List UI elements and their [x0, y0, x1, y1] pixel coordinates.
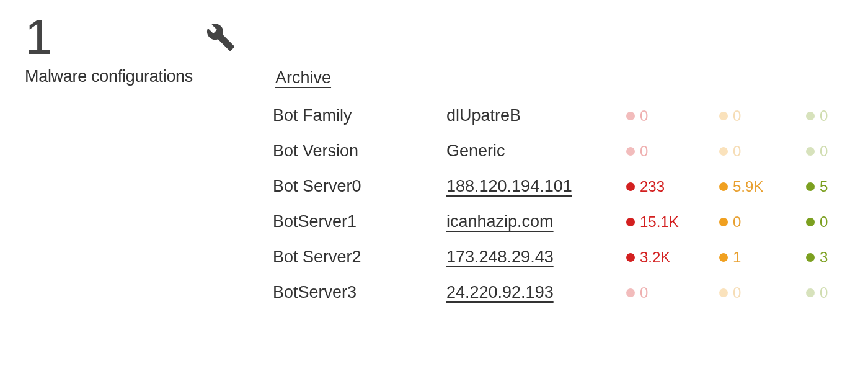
stat-value: 0: [733, 213, 741, 231]
config-count: 1: [25, 12, 53, 62]
row-label: Bot Version: [273, 141, 446, 161]
row-label: Bot Server2: [273, 248, 446, 267]
stat-value: 0: [820, 284, 828, 301]
row-stats: 3.2K13: [626, 249, 856, 266]
dot-orange-icon: [719, 147, 728, 156]
dot-green-icon: [806, 288, 815, 297]
stat-red: 0: [626, 143, 719, 160]
stat-value: 0: [733, 284, 741, 301]
stat-orange: 0: [719, 107, 806, 125]
stat-value: 0: [820, 213, 828, 231]
dot-red-icon: [626, 112, 635, 120]
dot-red-icon: [626, 218, 635, 226]
stat-value: 0: [640, 143, 648, 160]
stat-red: 0: [626, 284, 719, 301]
dot-orange-icon: [719, 182, 728, 191]
wrench-icon: [206, 22, 236, 52]
details-panel: Archive Bot FamilydlUpatreB000Bot Versio…: [273, 12, 856, 302]
dot-red-icon: [626, 253, 635, 262]
stat-value: 0: [820, 143, 828, 160]
config-row: Bot Server2173.248.29.433.2K13: [273, 248, 856, 267]
row-label: Bot Family: [273, 106, 446, 125]
stat-green: 0: [806, 284, 856, 301]
dot-orange-icon: [719, 218, 728, 226]
dot-green-icon: [806, 218, 815, 226]
stat-value: 0: [640, 284, 648, 301]
stat-red: 3.2K: [626, 249, 719, 266]
config-row: Bot Server0188.120.194.1012335.9K5: [273, 177, 856, 196]
stat-orange: 0: [719, 143, 806, 160]
stat-red: 233: [626, 178, 719, 195]
stat-value: 15.1K: [640, 213, 679, 231]
row-label: BotServer3: [273, 283, 446, 302]
stat-value: 3: [820, 249, 828, 266]
stat-orange: 5.9K: [719, 178, 806, 195]
dot-green-icon: [806, 253, 815, 262]
stat-red: 15.1K: [626, 213, 719, 231]
summary-panel: 1 Malware configurations: [25, 12, 236, 86]
stat-value: 1: [733, 249, 741, 266]
stat-green: 3: [806, 249, 856, 266]
config-row: Bot VersionGeneric000: [273, 141, 856, 161]
dot-orange-icon: [719, 253, 728, 262]
stat-value: 5: [820, 178, 828, 195]
row-value-link[interactable]: 188.120.194.101: [446, 177, 626, 196]
stat-green: 0: [806, 107, 856, 125]
row-stats: 2335.9K5: [626, 178, 856, 195]
row-value-link[interactable]: 24.220.92.193: [446, 283, 626, 302]
summary-header: 1: [25, 12, 236, 62]
dot-orange-icon: [719, 288, 728, 297]
stat-orange: 0: [719, 213, 806, 231]
row-stats: 15.1K00: [626, 213, 856, 231]
stat-value: 0: [733, 143, 741, 160]
row-value-link[interactable]: 173.248.29.43: [446, 248, 626, 267]
stat-value: 0: [733, 107, 741, 125]
stat-value: 0: [640, 107, 648, 125]
config-row: BotServer1icanhazip.com15.1K00: [273, 212, 856, 231]
dot-red-icon: [626, 288, 635, 297]
summary-label: Malware configurations: [25, 67, 236, 86]
dot-green-icon: [806, 182, 815, 191]
stat-green: 0: [806, 213, 856, 231]
stat-value: 3.2K: [640, 249, 670, 266]
config-row: BotServer324.220.92.193000: [273, 283, 856, 302]
malware-config-panel: 1 Malware configurations Archive Bot Fam…: [25, 12, 843, 302]
dot-green-icon: [806, 147, 815, 156]
stat-value: 5.9K: [733, 178, 763, 195]
archive-link[interactable]: Archive: [273, 68, 336, 87]
dot-red-icon: [626, 147, 635, 156]
stat-orange: 1: [719, 249, 806, 266]
dot-orange-icon: [719, 112, 728, 120]
stat-value: 233: [640, 178, 665, 195]
row-stats: 000: [626, 143, 856, 160]
row-value: dlUpatreB: [446, 106, 626, 125]
row-label: Bot Server0: [273, 177, 446, 196]
row-value-link[interactable]: icanhazip.com: [446, 212, 626, 231]
row-value: Generic: [446, 141, 626, 161]
row-stats: 000: [626, 107, 856, 125]
stat-orange: 0: [719, 284, 806, 301]
config-rows: Bot FamilydlUpatreB000Bot VersionGeneric…: [273, 106, 856, 302]
dot-green-icon: [806, 112, 815, 120]
row-stats: 000: [626, 284, 856, 301]
stat-red: 0: [626, 107, 719, 125]
row-label: BotServer1: [273, 212, 446, 231]
config-row: Bot FamilydlUpatreB000: [273, 106, 856, 125]
dot-red-icon: [626, 182, 635, 191]
stat-green: 5: [806, 178, 856, 195]
stat-value: 0: [820, 107, 828, 125]
stat-green: 0: [806, 143, 856, 160]
